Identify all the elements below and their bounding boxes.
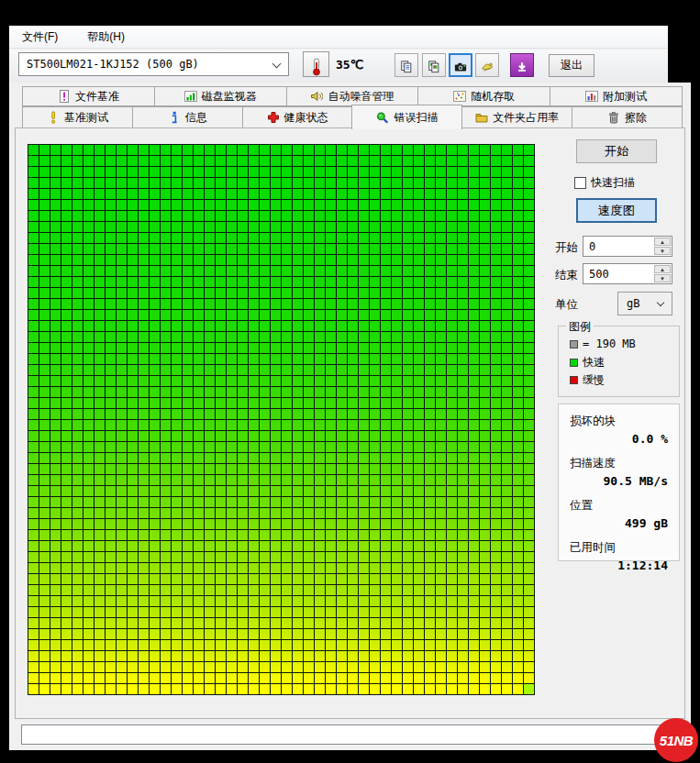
tab-label: 附加测试 (603, 89, 647, 105)
support-button[interactable] (475, 53, 499, 77)
stat-elapsed-time-value: 1:12:14 (570, 558, 670, 572)
legend-fast-label: 快速 (583, 355, 605, 370)
copy-text-button[interactable] (394, 53, 418, 77)
stat-scan-speed-label: 扫描速度 (570, 456, 670, 471)
tab-label: 自动噪音管理 (328, 89, 394, 105)
block-swatch (570, 340, 578, 348)
tab-erase[interactable]: 擦除 (572, 106, 683, 128)
unit-select[interactable]: gB (617, 292, 672, 315)
speaker-icon (310, 90, 323, 103)
range-start-label: 开始 (555, 240, 578, 256)
quick-scan-checkbox[interactable] (574, 177, 586, 189)
menu-file[interactable]: 文件(F) (22, 29, 58, 45)
info-icon (168, 111, 181, 124)
tab-info[interactable]: 信息 (132, 106, 243, 128)
stat-elapsed-time-label: 已用时间 (570, 540, 670, 556)
legend-fast: 快速 (570, 355, 605, 370)
range-end-spinner: ▲ ▼ (654, 265, 671, 282)
tab-folder-usage[interactable]: 文件夹占用率 (461, 106, 572, 128)
stat-position-value: 499 gB (570, 516, 670, 530)
tab-auto-acoustic[interactable]: 自动噪音管理 (286, 86, 419, 106)
51nb-logo: 51NB (654, 718, 698, 762)
spin-down-icon[interactable]: ▼ (654, 247, 671, 255)
tab-file-benchmark[interactable]: 文件基准 (22, 86, 155, 106)
speed-map-button[interactable]: 速度图 (576, 198, 657, 223)
tab-label: 健康状态 (284, 110, 328, 126)
range-start-value: 0 (589, 240, 595, 253)
toolbar: ST500LM021-1KJ152 (500 gB) 35℃ (9, 50, 668, 83)
status-input[interactable] (21, 724, 683, 745)
tab-label: 擦除 (625, 110, 647, 126)
exit-button[interactable]: 退出 (549, 54, 594, 77)
range-start-input[interactable]: 0 ▲ ▼ (583, 236, 672, 257)
spin-up-icon[interactable]: ▲ (654, 238, 671, 246)
app-window: 文件(F) 帮助(H) ST500LM021-1KJ152 (500 gB) 3… (9, 26, 691, 750)
stat-position-label: 位置 (570, 498, 670, 514)
tab-disk-monitor[interactable]: 磁盘监视器 (154, 86, 287, 106)
copy-image-icon (428, 59, 440, 72)
legend-slow: 缓慢 (570, 372, 605, 388)
unit-value: gB (627, 297, 639, 310)
tab-label: 磁盘监视器 (202, 89, 257, 105)
benchmark-exclaim-icon (47, 111, 60, 124)
temperature-value: 35℃ (336, 58, 363, 72)
tab-row-2: 基准测试 信息 健康状态 (22, 106, 683, 128)
trash-icon (607, 111, 620, 124)
drive-selector[interactable]: ST500LM021-1KJ152 (500 gB) (18, 52, 289, 76)
tab-label: 文件夹占用率 (493, 110, 559, 126)
window-edge (668, 26, 691, 83)
exit-button-label: 退出 (561, 58, 583, 73)
quick-scan-option[interactable]: 快速扫描 (574, 175, 635, 191)
fast-swatch (570, 359, 578, 367)
temperature-button[interactable] (303, 51, 329, 77)
unit-label: 单位 (555, 297, 578, 313)
stat-scan-speed-value: 90.5 MB/s (570, 474, 670, 488)
start-scan-button[interactable]: 开始 (576, 139, 657, 163)
chevron-down-icon (657, 299, 664, 306)
stat-damaged-blocks-label: 损坏的块 (570, 414, 670, 429)
speed-map-label: 速度图 (598, 203, 635, 219)
legend-block-label: = 190 MB (583, 337, 636, 350)
range-end-input[interactable]: 500 ▲ ▼ (583, 263, 672, 284)
copy-image-button[interactable] (422, 53, 446, 77)
tab-random-access[interactable]: 随机存取 (417, 86, 550, 106)
extra-tests-icon (585, 90, 598, 103)
tab-extra-tests[interactable]: 附加测试 (550, 86, 683, 106)
tab-error-scan[interactable]: 错误扫描 (351, 105, 462, 129)
copy-text-icon (400, 59, 413, 72)
download-button[interactable] (510, 53, 534, 77)
menu-bar: 文件(F) 帮助(H) (9, 26, 668, 49)
camera-icon (454, 59, 467, 72)
drive-selector-value: ST500LM021-1KJ152 (500 gB) (27, 58, 199, 71)
disk-monitor-icon (184, 90, 197, 103)
51nb-logo-text: 51NB (660, 733, 693, 748)
legend-block-size: = 190 MB (570, 337, 636, 350)
screenshot-button[interactable] (449, 53, 472, 77)
current-scan-block (524, 684, 534, 694)
range-end-value: 500 (589, 268, 609, 281)
random-access-icon (453, 90, 466, 103)
tab-label: 错误扫描 (394, 110, 438, 126)
menu-help[interactable]: 帮助(H) (87, 29, 125, 45)
health-cross-icon (267, 111, 280, 124)
spin-down-icon[interactable]: ▼ (654, 274, 671, 282)
folder-icon (475, 111, 488, 124)
slow-swatch (570, 376, 578, 384)
magnifier-icon (376, 111, 389, 124)
tab-benchmark[interactable]: 基准测试 (22, 106, 133, 128)
quick-scan-label: 快速扫描 (591, 175, 635, 191)
file-benchmark-icon (58, 90, 71, 103)
tab-label: 信息 (185, 110, 207, 126)
hands-icon (481, 59, 494, 72)
stat-damaged-blocks-value: 0.0 % (570, 432, 670, 446)
scan-block-map (28, 144, 535, 695)
tab-health[interactable]: 健康状态 (242, 106, 353, 128)
tab-label: 基准测试 (64, 110, 108, 126)
legend-box: 图例 = 190 MB 快速 缓慢 (558, 326, 680, 397)
range-end-label: 结束 (555, 268, 578, 283)
tab-label: 文件基准 (75, 89, 119, 105)
chevron-down-icon (272, 60, 282, 69)
start-scan-label: 开始 (605, 143, 629, 160)
spin-up-icon[interactable]: ▲ (654, 265, 671, 273)
range-start-spinner: ▲ ▼ (654, 238, 671, 255)
